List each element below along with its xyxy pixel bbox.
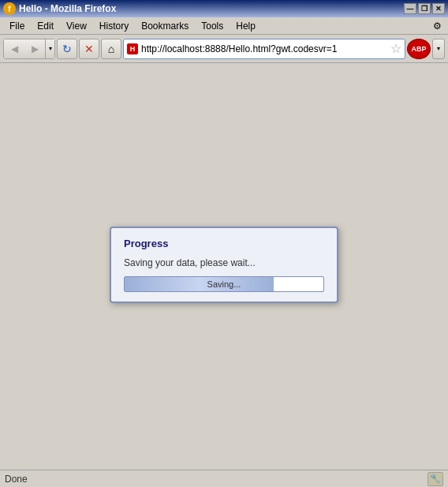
forward-button[interactable]: ▶ <box>24 39 45 58</box>
url-input[interactable] <box>141 43 387 54</box>
title-bar: f Hello - Mozilla Firefox — ❐ ✕ <box>0 0 448 17</box>
dialog-title: Progress <box>124 238 324 249</box>
abp-button[interactable]: ABP <box>407 39 431 59</box>
back-forward-group: ◀ ▶ ▾ <box>3 39 55 59</box>
menu-history[interactable]: History <box>93 19 135 33</box>
home-button[interactable]: ⌂ <box>101 39 121 59</box>
progress-dialog: Progress Saving your data, please wait..… <box>110 227 338 303</box>
url-bar: H ☆ <box>123 39 405 59</box>
stop-button[interactable]: ✕ <box>79 39 99 59</box>
menu-tools[interactable]: Tools <box>195 19 230 33</box>
back-button[interactable]: ◀ <box>4 39 24 58</box>
browser-content: www.java2s.com Progress Saving your data… <box>0 63 448 466</box>
menu-bar: File Edit View History Bookmarks Tools H… <box>0 17 448 35</box>
minimize-button[interactable]: — <box>404 3 416 14</box>
progress-bar: Saving... <box>124 276 324 292</box>
url-favicon: H <box>127 43 138 54</box>
reload-button[interactable]: ↻ <box>57 39 77 59</box>
restore-button[interactable]: ❐ <box>418 3 431 14</box>
menu-help[interactable]: Help <box>230 19 262 33</box>
dialog-message: Saving your data, please wait... <box>124 257 324 268</box>
window-title: Hello - Mozilla Firefox <box>19 3 116 14</box>
status-bar: Done 🔧 <box>0 470 448 487</box>
title-bar-left: f Hello - Mozilla Firefox <box>3 2 116 15</box>
progress-bar-label: Saving... <box>125 277 323 291</box>
menu-view[interactable]: View <box>60 19 93 33</box>
firefox-icon: f <box>3 2 16 15</box>
close-button[interactable]: ✕ <box>432 3 445 14</box>
nav-bar: ◀ ▶ ▾ ↻ ✕ ⌂ H ☆ ABP ▾ <box>0 35 448 63</box>
menu-bookmarks[interactable]: Bookmarks <box>135 19 195 33</box>
title-bar-controls: — ❐ ✕ <box>404 3 445 14</box>
status-text: Done <box>5 474 427 485</box>
back-forward-dropdown[interactable]: ▾ <box>45 39 54 58</box>
settings-icon[interactable]: ⚙ <box>429 19 445 33</box>
status-icon: 🔧 <box>427 472 443 486</box>
menu-edit[interactable]: Edit <box>31 19 60 33</box>
bookmark-star-icon[interactable]: ☆ <box>390 41 401 56</box>
menu-file[interactable]: File <box>3 19 31 33</box>
nav-dropdown-button[interactable]: ▾ <box>432 39 445 59</box>
